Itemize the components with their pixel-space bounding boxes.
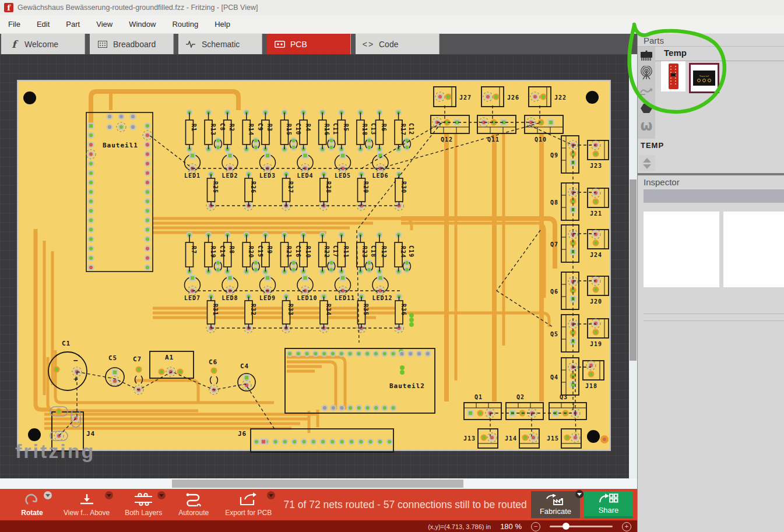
svg-text:R10: R10	[305, 246, 311, 258]
svg-text:R11: R11	[343, 246, 349, 258]
menu-item-window[interactable]: Window	[121, 15, 164, 33]
vertical-scrollbar-thumb[interactable]	[630, 179, 637, 361]
svg-text:Q1: Q1	[474, 394, 483, 400]
svg-text:LED5: LED5	[335, 172, 351, 179]
connection-icon[interactable]	[639, 84, 653, 98]
view-from-above-button[interactable]: View f... Above	[64, 492, 110, 517]
view-from-above-icon	[78, 492, 96, 506]
svg-text:LED7: LED7	[184, 295, 201, 301]
svg-text:J18: J18	[585, 383, 597, 389]
horizontal-scrollbar-thumb[interactable]	[172, 480, 463, 488]
status-bar: (x,y)=(4.713, 3.786) in 180 % − +	[0, 520, 637, 532]
zoom-slider-knob[interactable]	[562, 523, 569, 530]
right-panel: Parts ω TEMP Temp	[637, 34, 784, 532]
svg-text:Q7: Q7	[550, 241, 558, 248]
tab-welcome[interactable]: f Welcome	[1, 34, 85, 54]
menu-item-view[interactable]: View	[88, 15, 121, 33]
svg-text:J27: J27	[459, 94, 472, 101]
svg-text:R12: R12	[381, 246, 387, 258]
svg-text:J6: J6	[238, 430, 247, 438]
svg-text:LED3: LED3	[259, 172, 276, 179]
svg-text:R18: R18	[361, 124, 368, 136]
blackboard-graphic: Trace tut!	[693, 71, 715, 86]
svg-text:Q2: Q2	[516, 394, 525, 400]
fabricate-dropdown-caret[interactable]	[575, 490, 583, 498]
pcb-board[interactable]: Bauteil1R1R13R2R14R3R15R4R16R5R18R6R17C8…	[0, 54, 637, 478]
inspector-title: Inspector	[644, 177, 680, 187]
svg-text:LED10: LED10	[297, 295, 318, 301]
part-thumbnail-redboard[interactable]	[661, 61, 685, 91]
svg-text:Bauteil2: Bauteil2	[389, 382, 425, 390]
part-thumbnail-selected[interactable]: Trace tut!	[689, 63, 719, 93]
bin-scroll-down-icon[interactable]	[643, 164, 651, 169]
export-dropdown-caret[interactable]	[267, 491, 275, 499]
view-from-dropdown-caret[interactable]	[105, 491, 113, 499]
svg-text:C19: C19	[408, 245, 414, 258]
svg-text:R8: R8	[228, 246, 235, 254]
both-layers-button[interactable]: Both Layers	[125, 492, 162, 517]
menu-item-help[interactable]: Help	[206, 15, 238, 33]
svg-text:LED2: LED2	[222, 172, 238, 179]
svg-text:C13: C13	[370, 123, 377, 135]
svg-text:J26: J26	[507, 94, 519, 101]
tab-schematic[interactable]: Schematic	[178, 34, 262, 54]
vertical-scrollbar[interactable]	[629, 54, 637, 478]
menu-item-routing[interactable]: Routing	[164, 15, 206, 33]
cursor-coordinates: (x,y)=(4.713, 3.786) in	[428, 523, 491, 530]
svg-text:J19: J19	[590, 341, 602, 347]
share-button[interactable]: Share	[584, 491, 633, 518]
tab-pcb[interactable]: PCB	[267, 34, 351, 54]
rotate-dropdown-caret[interactable]	[44, 491, 52, 499]
svg-text:Q10: Q10	[535, 136, 547, 143]
svg-text:LED4: LED4	[297, 172, 314, 179]
svg-text:R7: R7	[191, 246, 197, 254]
zoom-out-button[interactable]: −	[531, 522, 540, 531]
chip-icon[interactable]	[639, 49, 653, 63]
fabricate-button[interactable]: Fabricate	[531, 491, 580, 518]
both-layers-icon	[133, 492, 153, 506]
antenna-icon[interactable]	[639, 66, 653, 80]
svg-text:J4: J4	[86, 430, 95, 438]
svg-text:J14: J14	[505, 435, 517, 442]
zoom-slider[interactable]	[550, 526, 613, 527]
bin-scroll-up-icon[interactable]	[643, 158, 651, 163]
pcb-toolbar: Rotate View f... Above Both Layers Autor…	[0, 489, 637, 520]
omega-icon[interactable]: ω	[639, 119, 653, 133]
inspector-preview-box-2	[723, 212, 784, 287]
horizontal-scrollbar[interactable]	[0, 478, 637, 489]
rotate-icon	[23, 492, 41, 506]
panel-splitter[interactable]	[638, 173, 784, 175]
view-tab-bar: f Welcome Breadboard Schematic PCB	[0, 34, 637, 54]
svg-text:C9: C9	[257, 123, 263, 131]
tab-pcb-label: PCB	[290, 40, 307, 49]
tab-code[interactable]: <> Code	[356, 34, 440, 54]
autoroute-button[interactable]: Autoroute	[177, 492, 210, 517]
svg-text:R21: R21	[286, 246, 292, 258]
share-icon	[599, 493, 618, 505]
svg-text:R34: R34	[325, 304, 332, 316]
menu-item-part[interactable]: Part	[58, 15, 88, 33]
svg-text:R15: R15	[286, 124, 292, 136]
menu-item-edit[interactable]: Edit	[29, 15, 58, 33]
svg-text:Q9: Q9	[550, 152, 558, 158]
bin-tab-temp[interactable]: Temp	[664, 48, 687, 58]
rotate-button[interactable]: Rotate	[16, 492, 48, 517]
svg-text:C14: C14	[219, 245, 226, 258]
svg-text:C5: C5	[108, 354, 117, 362]
svg-text:Q3: Q3	[560, 394, 568, 400]
export-for-pcb-button[interactable]: Export for PCB	[225, 492, 272, 517]
svg-text:R32: R32	[250, 304, 256, 316]
svg-text:R33: R33	[287, 304, 294, 316]
pcb-icon	[275, 41, 285, 48]
both-layers-dropdown-caret[interactable]	[157, 491, 166, 499]
autoroute-icon	[184, 492, 203, 506]
pcb-canvas[interactable]: Bauteil1R1R13R2R14R3R15R4R16R5R18R6R17C8…	[0, 54, 637, 478]
svg-text:R28: R28	[325, 181, 332, 193]
tab-breadboard[interactable]: Breadboard	[90, 34, 174, 54]
svg-text:Q12: Q12	[441, 136, 453, 143]
svg-text:R35: R35	[363, 304, 369, 316]
menu-item-file[interactable]: File	[0, 15, 29, 33]
zoom-in-button[interactable]: +	[622, 522, 631, 531]
svg-text:R1: R1	[191, 124, 197, 132]
nut-icon[interactable]	[639, 101, 653, 115]
